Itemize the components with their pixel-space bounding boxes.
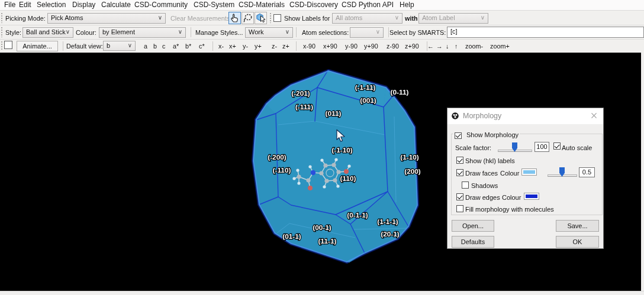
svg-text:(20-1): (20-1) xyxy=(381,230,400,238)
svg-text:(-1-11): (-1-11) xyxy=(355,83,376,92)
svg-text:(001): (001) xyxy=(360,96,376,105)
svg-text:(011): (011) xyxy=(326,109,342,118)
svg-text:(110): (110) xyxy=(340,174,356,183)
svg-text:(-200): (-200) xyxy=(268,153,286,161)
svg-text:(0-1-1): (0-1-1) xyxy=(347,211,368,219)
svg-text:(-1-10): (-1-10) xyxy=(331,146,352,154)
svg-text:(-201): (-201) xyxy=(291,89,310,98)
svg-text:(01-1): (01-1) xyxy=(282,232,301,241)
svg-text:(200): (200) xyxy=(404,167,421,176)
svg-text:(0-11): (0-11) xyxy=(391,88,409,96)
svg-text:(1-1-1): (1-1-1) xyxy=(377,218,398,226)
svg-text:(-110): (-110) xyxy=(273,166,291,174)
svg-text:(-111): (-111) xyxy=(295,103,313,111)
svg-text:(11-1): (11-1) xyxy=(318,237,337,245)
svg-text:(00-1): (00-1) xyxy=(313,223,331,232)
svg-text:(1-10): (1-10) xyxy=(400,153,419,161)
